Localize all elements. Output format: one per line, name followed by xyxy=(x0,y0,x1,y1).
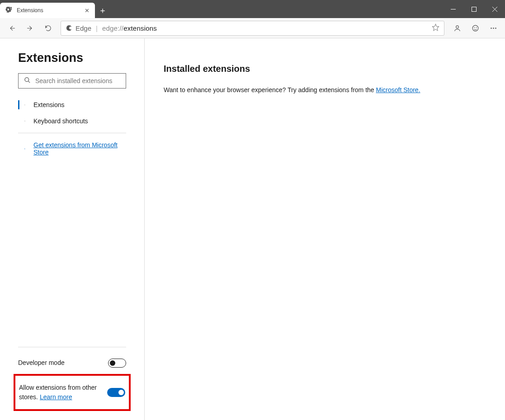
new-tab-button[interactable]: ＋ xyxy=(95,3,110,18)
svg-line-13 xyxy=(28,81,30,83)
close-window-button[interactable] xyxy=(484,0,505,18)
svg-rect-1 xyxy=(472,7,476,11)
address-bar[interactable]: Edge | edge://extensions xyxy=(61,21,444,36)
sidebar-item-label: Extensions xyxy=(33,101,64,108)
get-extensions-link-row: Get extensions from Microsoft Store xyxy=(0,137,144,160)
back-button[interactable] xyxy=(4,20,20,36)
search-field[interactable] xyxy=(35,77,120,84)
svg-point-6 xyxy=(472,25,478,31)
learn-more-link[interactable]: Learn more xyxy=(40,393,72,401)
svg-point-10 xyxy=(493,28,494,28)
extensions-icon xyxy=(5,6,12,14)
svg-point-5 xyxy=(456,25,458,28)
content-area: Extensions Extensions Keyboard shortcuts xyxy=(0,38,505,420)
browser-tab[interactable]: Extensions ✕ xyxy=(0,3,95,18)
address-brand: Edge xyxy=(76,24,91,32)
svg-marker-4 xyxy=(432,24,439,30)
sidebar-nav: Extensions Keyboard shortcuts xyxy=(0,93,144,129)
page-title: Extensions xyxy=(0,51,144,73)
puzzle-icon xyxy=(18,102,25,108)
svg-point-11 xyxy=(495,28,496,28)
microsoft-store-link[interactable]: Microsoft Store. xyxy=(376,86,420,93)
title-bar: Extensions ✕ ＋ xyxy=(0,0,505,18)
search-extensions-input[interactable] xyxy=(18,73,126,89)
maximize-button[interactable] xyxy=(463,0,484,18)
svg-rect-14 xyxy=(24,121,25,121)
window-controls xyxy=(443,0,505,18)
sidebar: Extensions Extensions Keyboard shortcuts xyxy=(0,38,145,420)
search-icon xyxy=(24,77,31,85)
feedback-button[interactable] xyxy=(467,20,483,36)
allow-other-stores-row: Allow extensions from other stores. Lear… xyxy=(19,380,125,405)
minimize-button[interactable] xyxy=(443,0,463,18)
svg-point-9 xyxy=(491,28,491,28)
sidebar-item-shortcuts[interactable]: Keyboard shortcuts xyxy=(0,113,144,129)
developer-mode-label: Developer mode xyxy=(18,358,103,368)
svg-point-12 xyxy=(25,78,29,82)
profile-button[interactable] xyxy=(449,20,465,36)
edge-logo-icon: Edge xyxy=(66,24,91,32)
divider xyxy=(18,133,126,133)
forward-button[interactable] xyxy=(22,20,38,36)
empty-state-text: Want to enhance your browser experience?… xyxy=(164,86,486,95)
main-content: Installed extensions Want to enhance you… xyxy=(145,38,505,420)
sidebar-bottom: Developer mode Allow extensions from oth… xyxy=(0,345,144,413)
developer-mode-toggle[interactable] xyxy=(108,359,126,368)
keyboard-icon xyxy=(18,118,25,124)
svg-point-7 xyxy=(474,27,475,28)
store-icon xyxy=(18,145,25,152)
url-text: edge://extensions xyxy=(102,24,427,32)
get-extensions-link[interactable]: Get extensions from Microsoft Store xyxy=(33,141,126,156)
tab-strip: Extensions ✕ ＋ xyxy=(0,0,110,18)
favorite-star-icon[interactable] xyxy=(432,23,439,33)
close-tab-button[interactable]: ✕ xyxy=(85,7,90,14)
refresh-button[interactable] xyxy=(40,20,56,36)
installed-extensions-heading: Installed extensions xyxy=(164,64,486,74)
divider xyxy=(18,347,126,347)
allow-other-stores-label: Allow extensions from other stores. Lear… xyxy=(19,383,102,402)
highlight-annotation: Allow extensions from other stores. Lear… xyxy=(14,374,131,411)
sidebar-item-label: Keyboard shortcuts xyxy=(33,117,88,125)
more-menu-button[interactable] xyxy=(485,20,501,36)
navigation-bar: Edge | edge://extensions xyxy=(0,18,505,38)
developer-mode-row: Developer mode xyxy=(18,355,126,370)
address-separator: | xyxy=(96,24,98,32)
tab-title: Extensions xyxy=(17,7,43,14)
sidebar-item-extensions[interactable]: Extensions xyxy=(0,97,144,113)
allow-other-stores-toggle[interactable] xyxy=(107,388,125,397)
svg-point-8 xyxy=(476,27,477,28)
